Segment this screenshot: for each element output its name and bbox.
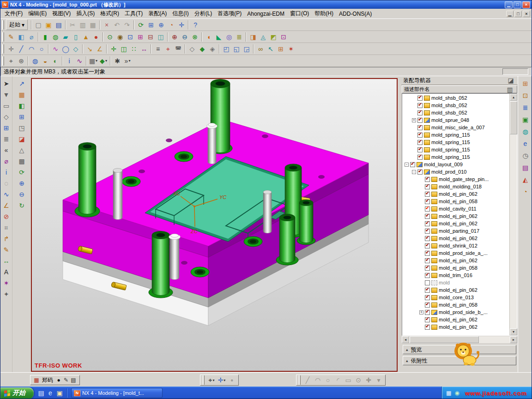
menu-ahongzaiedm[interactable]: Ahongzai-EDM (244, 9, 287, 18)
tree-node-mold-ej-pin-062[interactable]: ✔mold_ej_pin_062 (403, 323, 509, 331)
menu-h[interactable]: 帮助(H) (312, 8, 336, 19)
polygon-icon[interactable]: ◇ (71, 44, 81, 54)
layer-icon[interactable]: ≣ (1, 133, 12, 145)
trim-body-icon[interactable]: ◨ (248, 32, 258, 42)
copy-icon[interactable]: ▥ (78, 20, 88, 30)
tree-checkbox[interactable]: ✔ (425, 273, 430, 278)
toolbar-grip[interactable] (2, 32, 4, 42)
tree-expander[interactable]: + (412, 118, 416, 122)
chamfer-icon[interactable]: ◣ (214, 32, 224, 42)
tree-checkbox[interactable]: ✔ (417, 103, 423, 108)
tree-node-mold-shsb-052[interactable]: ✔mold_shsb_052 (403, 109, 509, 116)
toolbar-grip[interactable] (2, 44, 4, 54)
tree-checkbox[interactable]: ✔ (425, 288, 430, 293)
start-button[interactable]: 开始 (0, 387, 34, 399)
scrollbar-thumb[interactable] (510, 101, 517, 134)
sketch-fillet-icon[interactable]: ◜ (333, 375, 343, 385)
tree-node-mold-core-013[interactable]: ✔mold_core_013 (403, 294, 509, 301)
tree-node-mold-misc-side-a-007[interactable]: ✔mold_misc_side_a_007 (403, 124, 509, 131)
scroll-down-button[interactable]: ▾ (510, 328, 517, 335)
paste-icon[interactable]: ▦ (88, 20, 98, 30)
groove-icon[interactable]: ⊟ (145, 32, 156, 42)
menu-f[interactable]: 文件(F) (2, 8, 25, 19)
scale-icon[interactable]: ↔ (139, 44, 149, 54)
fit-view-icon[interactable]: ⊞ (146, 20, 156, 30)
annotation-icon[interactable]: A (1, 266, 12, 278)
open-icon[interactable]: ▣ (43, 20, 54, 30)
tree-node-mold-ej-pin-062[interactable]: ✔mold_ej_pin_062 (403, 235, 509, 242)
sketch-circle-icon[interactable]: ○ (323, 375, 333, 385)
navigator-column-header[interactable]: 描述部件名 ▥ (402, 85, 517, 93)
clip-section-icon[interactable]: ◪ (17, 133, 27, 145)
pattern-icon[interactable]: ∷ (129, 44, 139, 54)
tree-expander[interactable]: - (412, 170, 416, 174)
tree-checkbox[interactable]: ✔ (425, 258, 430, 263)
measure-angle-icon[interactable]: ∠ (95, 44, 105, 54)
slot-icon[interactable]: ◫ (156, 32, 166, 42)
ime-tray-icon[interactable]: ▦ (445, 389, 453, 397)
sketch-arc-icon[interactable]: ◠ (313, 375, 323, 385)
add-component-icon[interactable]: ⊞ (276, 44, 286, 54)
ime-lang-icon[interactable]: ▦ (33, 376, 40, 384)
sketcher-icon[interactable]: ✎ (1, 244, 12, 255)
toolbar-grip[interactable] (2, 56, 4, 66)
wireframe-icon[interactable]: ◇ (187, 44, 197, 54)
help-icon[interactable]: ? (190, 20, 200, 30)
mdi-minimize-button[interactable]: ▁ (506, 11, 514, 17)
sketch-icon[interactable]: ✎ (6, 32, 16, 42)
thread-icon[interactable]: ≣ (234, 32, 244, 42)
tree-checkbox[interactable]: ✔ (410, 162, 415, 167)
block-icon[interactable]: ▰ (60, 32, 71, 42)
tree-checkbox[interactable]: ✔ (425, 266, 430, 271)
subtract-icon[interactable]: ⊖ (180, 32, 190, 42)
perspective-icon[interactable]: △ (17, 145, 27, 156)
tree-node-mold-shsb-052[interactable]: ✔mold_shsb_052 (403, 94, 509, 102)
start-menu-button[interactable]: 起始▾ (6, 19, 28, 30)
tree-node-mold-shsb-052[interactable]: ✔mold_shsb_052 (403, 102, 509, 109)
tree-checkbox[interactable]: ✔ (425, 192, 430, 197)
tools-icon[interactable]: ✦ (1, 289, 12, 300)
assembly-navigator-tab[interactable]: ⊞ (520, 78, 531, 89)
graphics-window[interactable]: XC YC ZC TFR-ISO WORK (31, 78, 398, 372)
menu-p[interactable]: 首选项(P) (215, 8, 244, 19)
tree-node-mold[interactable]: mold (403, 279, 509, 286)
display-mode-icon[interactable]: ◧ (17, 100, 27, 111)
shell-icon[interactable]: ◎ (224, 32, 234, 42)
new-icon[interactable]: ▢ (33, 20, 43, 30)
pad-icon[interactable]: ⊞ (135, 32, 145, 42)
layer-settings-icon[interactable]: ≡ (153, 44, 163, 54)
toolbar-grip[interactable] (203, 375, 205, 385)
tree-node-mold-ej-pin-058[interactable]: ✔mold_ej_pin_058 (403, 198, 509, 205)
tree-node-mold-ej-pin-062[interactable]: ✔mold_ej_pin_062 (403, 190, 509, 198)
tree-node-mold-trim-016[interactable]: ✔mold_trim_016 (403, 272, 509, 279)
tree-node-mold-prod-side-a[interactable]: ✔mold_prod_side_a_... (403, 249, 509, 257)
tree-checkbox[interactable]: ✔ (425, 236, 430, 241)
tree-node-mold-ej-pin-062[interactable]: ✔mold_ej_pin_062 (403, 257, 509, 264)
menu-r[interactable]: 格式(R) (97, 8, 122, 19)
hidden-edges-icon[interactable]: ◈ (207, 44, 218, 54)
top-view-icon[interactable]: ◱ (231, 44, 242, 54)
hd3d-tools-tab[interactable]: ◍ (520, 126, 531, 137)
tree-node-mold-spring-115[interactable]: ✔mold_spring_115 (403, 139, 509, 146)
tree-node-mold-gate-step-pin[interactable]: ✔mold_gate_step_pin... (403, 175, 509, 183)
edit-object-display-icon[interactable]: ◒ (40, 56, 50, 66)
scroll-left-button[interactable]: ◂ (402, 336, 409, 343)
layout-icon[interactable]: ⊞ (17, 111, 27, 122)
assembly-constraints-icon[interactable]: ∞ (255, 44, 266, 54)
ime-mode-icon[interactable]: ● (55, 376, 62, 384)
tree-checkbox[interactable]: ✔ (425, 251, 430, 256)
more-tools-icon[interactable]: »▾ (122, 56, 133, 66)
revolve-icon[interactable]: ◍ (50, 32, 60, 42)
snap-point-icon[interactable]: ⊛ (16, 56, 26, 66)
mirror-icon[interactable]: ◫ (119, 44, 129, 54)
save-icon[interactable]: ▤ (54, 20, 64, 30)
tree-checkbox[interactable]: ✔ (417, 125, 423, 130)
process-studio-tab[interactable]: ◭ (520, 174, 531, 185)
pan-view-icon[interactable]: ✛ (176, 20, 187, 30)
unite-icon[interactable]: ⊕ (169, 32, 180, 42)
view-orient-icon[interactable]: ↗ (17, 78, 27, 89)
circle-icon[interactable]: ○ (36, 44, 47, 54)
mdi-restore-button[interactable]: □ (514, 11, 522, 17)
symbol-icon[interactable]: ✶ (1, 278, 12, 289)
axis-icon[interactable]: ↱ (1, 233, 12, 244)
